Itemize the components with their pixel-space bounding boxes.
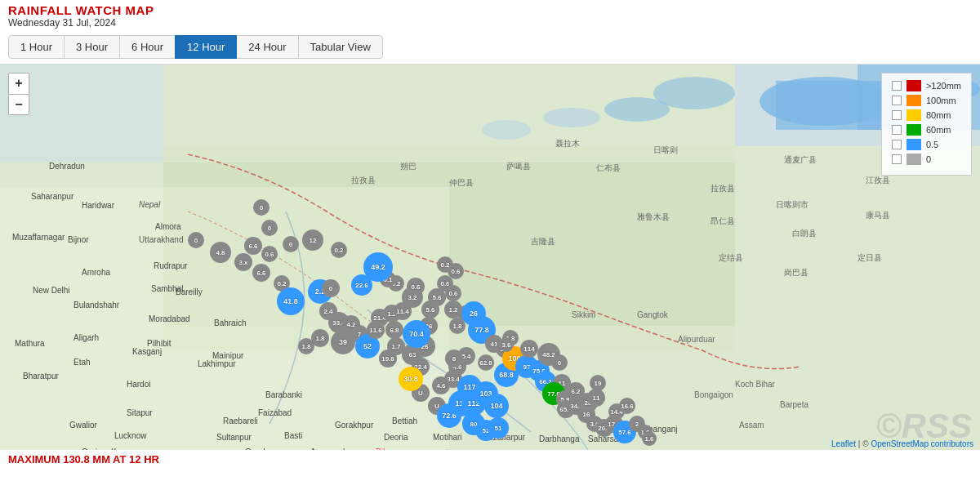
svg-text:Siwan: Siwan xyxy=(441,448,461,450)
rainfall-marker[interactable]: 51 xyxy=(488,417,509,439)
legend-checkbox[interactable] xyxy=(892,154,902,164)
svg-text:Gangtok: Gangtok xyxy=(637,310,669,319)
rainfall-marker[interactable]: 0.2 xyxy=(437,256,453,273)
svg-text:Rudrapur: Rudrapur xyxy=(154,261,188,270)
rainfall-marker[interactable]: 4.6 xyxy=(432,376,450,394)
page-title: RAINFALL WATCH MAP xyxy=(8,3,972,17)
svg-text:Barpeta: Barpeta xyxy=(780,400,808,409)
legend-label: 60mm xyxy=(926,125,951,135)
rainfall-marker[interactable]: 0 xyxy=(188,232,204,248)
svg-text:Etah: Etah xyxy=(74,358,91,367)
svg-text:Sitapur: Sitapur xyxy=(127,408,153,417)
svg-text:Faizabad: Faizabad xyxy=(258,408,292,417)
rainfall-marker[interactable]: 6.6 xyxy=(252,264,270,282)
svg-text:Assam: Assam xyxy=(739,421,764,430)
svg-text:通麦广县: 通麦广县 xyxy=(784,155,817,164)
svg-text:Raebareli: Raebareli xyxy=(223,416,258,425)
rainfall-marker[interactable]: 0 xyxy=(551,354,568,371)
tab-3-hour[interactable]: 3 Hour xyxy=(64,35,120,59)
svg-text:Amroha: Amroha xyxy=(82,268,110,277)
rainfall-marker[interactable]: 0.6 xyxy=(407,278,425,296)
svg-text:Sikkim: Sikkim xyxy=(572,310,595,319)
svg-text:白朗县: 白朗县 xyxy=(792,229,817,238)
svg-point-11 xyxy=(482,120,531,140)
svg-text:Mathura: Mathura xyxy=(15,339,45,348)
legend-checkbox[interactable] xyxy=(892,140,902,149)
rainfall-marker[interactable]: 3.x xyxy=(234,253,252,271)
svg-text:昂仁县: 昂仁县 xyxy=(710,216,735,225)
tab-24-hour[interactable]: 24 Hour xyxy=(236,35,298,59)
svg-text:Barabanki: Barabanki xyxy=(265,390,302,399)
rainfall-marker[interactable]: 70.4 xyxy=(403,320,430,348)
rainfall-marker[interactable]: 104 xyxy=(484,394,509,418)
tab-12-hour[interactable]: 12 Hour xyxy=(175,35,237,59)
rainfall-marker[interactable]: 114 xyxy=(520,340,538,358)
svg-text:Motihari: Motihari xyxy=(433,433,462,442)
legend-color-swatch xyxy=(906,154,921,165)
rainfall-marker[interactable]: 62.8 xyxy=(478,354,494,371)
tab-tabular-view[interactable]: Tabular View xyxy=(298,35,383,59)
rainfall-marker[interactable]: 12 xyxy=(302,229,323,251)
svg-text:定结县: 定结县 xyxy=(719,253,743,262)
rainfall-marker[interactable]: 16.6 xyxy=(619,398,635,414)
svg-text:Darbhanga: Darbhanga xyxy=(539,434,580,443)
svg-text:萨噶县: 萨噶县 xyxy=(506,162,531,171)
rainfall-marker[interactable]: 6.6 xyxy=(244,237,262,255)
svg-text:江孜县: 江孜县 xyxy=(866,176,890,185)
rainfall-marker[interactable]: 0 xyxy=(253,199,270,216)
rainfall-marker[interactable]: 0 xyxy=(322,279,340,297)
svg-text:Aligarh: Aligarh xyxy=(74,333,99,342)
svg-text:仲巴县: 仲巴县 xyxy=(449,178,474,187)
legend-color-swatch xyxy=(906,80,921,91)
zoom-out-button[interactable]: − xyxy=(8,94,29,115)
svg-text:Nepal: Nepal xyxy=(139,200,161,209)
legend-checkbox[interactable] xyxy=(892,81,902,91)
svg-text:Haridwar: Haridwar xyxy=(82,201,115,210)
rainfall-marker[interactable]: 30.8 xyxy=(399,367,423,391)
svg-text:Kasganj: Kasganj xyxy=(132,347,162,356)
svg-text:Basti: Basti xyxy=(284,431,302,440)
svg-text:Bahraich: Bahraich xyxy=(214,318,246,327)
rainfall-marker[interactable]: 4.8 xyxy=(210,242,231,263)
svg-text:Bulandshahr: Bulandshahr xyxy=(74,301,120,310)
svg-text:Bharatpur: Bharatpur xyxy=(23,372,60,381)
page-date: Wednesday 31 Jul, 2024 xyxy=(8,17,972,29)
rainfall-marker[interactable]: 49.2 xyxy=(363,252,393,282)
legend-item: 0.5 xyxy=(892,139,961,150)
tab-1-hour[interactable]: 1 Hour xyxy=(8,35,65,59)
map-container: Dehradun Saharanpur Muzaffarnagar New De… xyxy=(0,65,980,450)
header: RAINFALL WATCH MAP Wednesday 31 Jul, 202… xyxy=(0,0,980,30)
svg-point-9 xyxy=(604,97,670,122)
svg-text:雅鲁木县: 雅鲁木县 xyxy=(637,212,670,221)
svg-text:Almora: Almora xyxy=(155,222,181,231)
rainfall-marker[interactable]: 0 xyxy=(283,236,299,252)
legend-label: 100mm xyxy=(926,96,956,105)
rainfall-marker[interactable]: 41.8 xyxy=(277,287,305,315)
rainfall-marker[interactable]: 1.8 xyxy=(298,338,314,354)
zoom-controls: + − xyxy=(8,73,29,115)
rainfall-marker[interactable]: 6.8 xyxy=(385,321,403,339)
zoom-in-button[interactable]: + xyxy=(8,73,29,94)
rainfall-marker[interactable]: 11 xyxy=(587,389,605,407)
footer: MAXIMUM 130.8 MM AT 12 HR xyxy=(0,450,980,469)
rainfall-marker[interactable]: 19 xyxy=(590,375,606,391)
svg-text:Alipurduar: Alipurduar xyxy=(678,335,715,344)
svg-text:Koch Bihar: Koch Bihar xyxy=(735,380,776,389)
rainfall-marker[interactable]: 0.6 xyxy=(445,285,461,301)
rainfall-marker[interactable]: 8 xyxy=(445,350,463,367)
svg-text:Bijnor: Bijnor xyxy=(68,235,89,244)
legend-checkbox[interactable] xyxy=(892,110,902,120)
rainfall-marker[interactable]: 0.2 xyxy=(331,242,347,258)
legend-checkbox[interactable] xyxy=(892,125,902,135)
rainfall-marker[interactable]: 1.6 xyxy=(642,431,657,446)
tab-6-hour[interactable]: 6 Hour xyxy=(119,35,176,59)
svg-text:Gwalior: Gwalior xyxy=(69,421,98,430)
svg-text:Bareilly: Bareilly xyxy=(176,287,203,296)
rainfall-marker[interactable]: 0 xyxy=(261,220,278,236)
legend-checkbox[interactable] xyxy=(892,96,902,105)
rainfall-marker[interactable]: 3.6 xyxy=(499,337,514,352)
svg-text:Uttarakhand: Uttarakhand xyxy=(139,235,183,244)
rainfall-marker[interactable]: 0.6 xyxy=(261,246,278,262)
svg-text:拉孜县: 拉孜县 xyxy=(351,176,376,185)
legend-item: 60mm xyxy=(892,124,961,136)
